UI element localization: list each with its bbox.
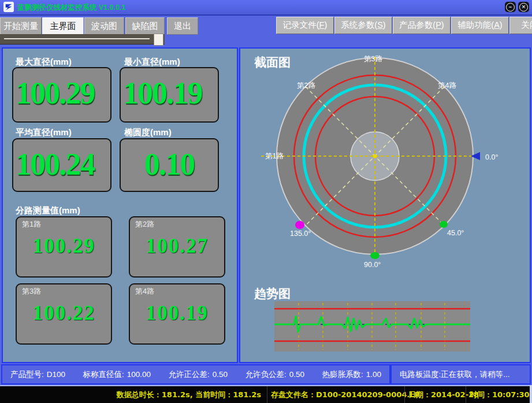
product-info-bar: 产品型号:D100 标称直径值:100.00 允许正公差:0.50 允许负公差:…: [1, 364, 390, 384]
path1-axis-label: 第1路: [265, 152, 284, 160]
status-durations: 数据总时长：181.2s, 当前时间：181.2s: [0, 386, 261, 403]
menu-label: 关闭报警: [522, 20, 532, 29]
angle-135-marker: [295, 221, 304, 229]
product-model: 产品型号:D100: [10, 369, 65, 380]
angle-45-label: 45.0°: [447, 229, 464, 237]
menu-record-files[interactable]: 记录文件(F): [276, 17, 334, 34]
scroll-slider-track[interactable]: [0, 34, 165, 45]
path1-display: 第1路 100.29: [16, 216, 112, 278]
angle-0-label: 0.0°: [485, 153, 498, 161]
path4-display: 第4路 100.19: [129, 283, 225, 345]
slider-groove: [4, 38, 150, 39]
menu-close-alarm[interactable]: 关闭报警: [509, 17, 532, 34]
path2-axis-label: 第2路: [297, 82, 315, 90]
close-icon: ✕: [519, 3, 528, 12]
board-temperature-bar: 电路板温度:正在获取，请稍等...: [390, 364, 531, 384]
path3-display: 第3路 100.22: [16, 283, 112, 345]
menu-product-params[interactable]: 产品参数(P): [393, 17, 451, 34]
trend-chart-canvas: [274, 301, 470, 352]
menu-label-post: ): [324, 20, 327, 29]
window-edge-strip: [530, 385, 532, 403]
app-window: 蓝鹏测径仪线材监控系统 V1.0.0.1 − ✕ 记录文件(F) 系统参数(S)…: [0, 0, 532, 403]
save-file-label: 存盘文件名：: [271, 390, 316, 399]
min-diameter-display: 100.19: [120, 67, 219, 123]
path4-axis-label: 第4路: [438, 82, 456, 90]
ovality-label: 椭圆度(mm): [124, 127, 172, 138]
negative-tolerance-label: 允许负公差:: [245, 370, 286, 379]
path3-label: 第3路: [22, 286, 41, 297]
status-save-file: 存盘文件名：D100-20140209-0004.LP: [267, 386, 420, 403]
min-diameter-value: 100.19: [121, 68, 218, 111]
max-diameter-display: 100.29: [12, 67, 111, 123]
board-temperature-value: 正在获取，请稍等...: [441, 370, 509, 379]
product-model-value: D100: [47, 370, 65, 379]
trend-chart-title: 趋势图: [254, 286, 291, 302]
date-label: 日期：: [408, 390, 431, 399]
tab-main-screen[interactable]: 主界面: [42, 17, 84, 35]
positive-tolerance: 允许正公差:0.50: [168, 369, 228, 380]
positive-tolerance-value: 0.50: [213, 370, 228, 379]
measurement-panel: 最大直径(mm) 最小直径(mm) 100.29 100.19 平均直径(mm)…: [2, 47, 238, 363]
path4-label: 第4路: [135, 286, 154, 297]
menu-label: 辅助功能(: [457, 20, 494, 29]
board-temperature-label: 电路板温度:: [400, 370, 441, 379]
menu-label-post: ): [441, 20, 444, 29]
menu-label-post: ): [500, 20, 503, 29]
cross-section-diagram: 第3路 第2路 第4路 第1路 0.0° 45.0° 90.0° 135.0°: [240, 49, 530, 277]
path2-label: 第2路: [135, 219, 154, 230]
time-value: 10:07:30: [492, 390, 530, 399]
avg-diameter-value: 100.24: [13, 139, 110, 182]
thermal-coefficient: 热膨胀系数:1.00: [322, 369, 381, 380]
app-logo-icon: [3, 2, 14, 12]
time-label: 时间：: [470, 390, 492, 399]
ovality-value: 0.10: [121, 139, 218, 182]
positive-tolerance-label: 允许正公差:: [168, 370, 209, 379]
nominal-diameter-value: 100.00: [127, 370, 151, 379]
slider-handle[interactable]: [154, 34, 163, 46]
path2-display: 第2路 100.27: [129, 216, 225, 278]
avg-diameter-label: 平均直径(mm): [16, 127, 72, 138]
negative-tolerance-value: 0.50: [289, 370, 304, 379]
menu-aux-functions[interactable]: 辅助功能(A): [451, 17, 509, 34]
max-diameter-value: 100.29: [13, 68, 110, 111]
menu-hotkey: A: [494, 20, 500, 29]
path3-axis-label: 第3路: [364, 55, 382, 63]
path1-label: 第1路: [22, 219, 41, 230]
minimize-icon: −: [506, 3, 515, 12]
menu-hotkey: P: [436, 20, 441, 29]
min-diameter-label: 最小直径(mm): [124, 57, 180, 68]
status-bar: 数据总时长：181.2s, 当前时间：181.2s 存盘文件名：D100-201…: [0, 385, 532, 403]
board-temperature: 电路板温度:正在获取，请稍等...: [400, 369, 510, 380]
nominal-diameter: 标称直径值:100.00: [83, 369, 151, 380]
status-time: 时间：10:07:30: [466, 386, 530, 403]
tab-fluctuation-chart[interactable]: 波动图: [84, 17, 124, 35]
menu-label: 产品参数(: [399, 20, 436, 29]
angle-90-label: 90.0°: [364, 261, 381, 269]
menu-system-params[interactable]: 系统参数(S): [334, 17, 392, 34]
center-dot: [373, 154, 377, 158]
menu-hotkey: S: [377, 20, 383, 29]
visualization-panel: 截面图 第3路 第2路 第4路 第1路 0.0° 45.0° 90.0° 135…: [239, 47, 531, 363]
window-title: 蓝鹏测径仪线材监控系统 V1.0.0.1: [17, 3, 126, 13]
tab-exit[interactable]: 退出: [167, 17, 198, 35]
thermal-coefficient-label: 热膨胀系数:: [322, 370, 363, 379]
negative-tolerance: 允许负公差:0.50: [245, 369, 304, 380]
tab-start-measure[interactable]: 开始测量: [0, 17, 42, 35]
close-button[interactable]: ✕: [518, 2, 529, 12]
avg-diameter-display: 100.24: [12, 138, 111, 192]
angle-90-marker: [370, 252, 380, 259]
ovality-display: 0.10: [120, 138, 219, 192]
angle-45-marker: [440, 221, 448, 228]
trend-chart: [274, 301, 470, 352]
minimize-button[interactable]: −: [505, 2, 516, 12]
title-bar: 蓝鹏测径仪线材监控系统 V1.0.0.1 − ✕: [0, 0, 532, 16]
menu-label-post: ): [383, 20, 386, 29]
tab-defect-chart[interactable]: 缺陷图: [125, 17, 165, 35]
angle-135-label: 135.0°: [290, 230, 311, 238]
menu-label: 记录文件(: [283, 20, 319, 29]
thermal-coefficient-value: 1.00: [366, 370, 381, 379]
max-diameter-label: 最大直径(mm): [16, 57, 72, 68]
menu-label: 系统参数(: [341, 20, 377, 29]
path-section-title: 分路测量值(mm): [16, 205, 80, 216]
nominal-diameter-label: 标称直径值:: [83, 370, 124, 379]
